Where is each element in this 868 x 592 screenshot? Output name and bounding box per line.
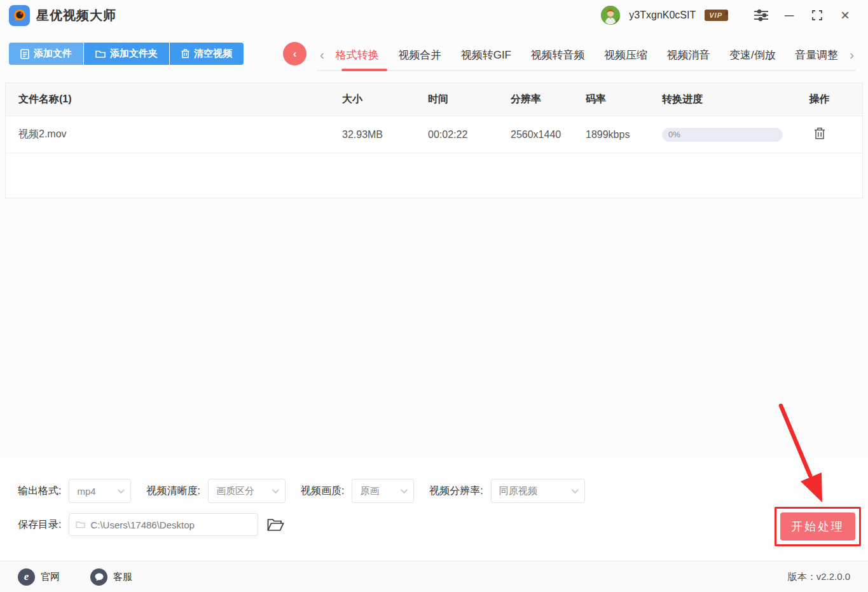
cell-time: 00:02:22 [428,129,511,141]
cell-size: 32.93MB [342,129,428,141]
cell-bitrate: 1899kbps [586,129,662,141]
settings-sliders-icon[interactable] [747,4,775,26]
tab-video-to-audio[interactable]: 视频转音频 [531,48,585,62]
header-actions: 操作 [789,93,850,106]
delete-row-button[interactable] [814,127,825,140]
cell-file-name: 视频2.mov [18,128,342,141]
official-site-link[interactable]: e 官网 [18,568,60,586]
chat-bubble-icon [90,568,107,586]
file-table: 文件名称(1) 大小 时间 分辨率 码率 转换进度 操作 视频2.mov 32.… [5,83,863,198]
header-bitrate: 码率 [586,93,662,106]
customer-support-link[interactable]: 客服 [90,568,132,586]
tab-format-convert[interactable]: 格式转换 [336,48,379,62]
maximize-button[interactable] [803,4,831,26]
tab-speed-reverse[interactable]: 变速/倒放 [729,48,776,62]
tab-video-to-gif[interactable]: 视频转GIF [461,48,511,62]
resolution-select[interactable]: 同原视频 [491,479,585,503]
chevron-down-icon [572,486,579,493]
header-size: 大小 [342,93,428,106]
resolution-value: 同原视频 [499,485,537,497]
add-folder-button[interactable]: 添加文件夹 [84,43,169,65]
header-progress: 转换进度 [662,93,789,106]
clear-videos-label: 清空视频 [194,48,232,60]
tab-volume-adjust[interactable]: 音量调整 [795,48,838,62]
official-site-label: 官网 [41,571,60,583]
conversion-progress-bar: 0% [662,128,783,142]
header-file-name: 文件名称(1) [18,93,342,106]
folder-icon [76,521,85,528]
version-text: 版本：v2.2.0.0 [788,571,850,583]
output-settings-panel: 输出格式: mp4 视频清晰度: 画质区分 视频画质: 原画 视频分辨率: 同原… [0,459,868,561]
add-file-button[interactable]: 添加文件 [9,43,83,65]
file-toolbar: 添加文件 添加文件夹 清空视频 [9,43,244,65]
cell-resolution: 2560x1440 [511,129,586,141]
progress-label: 0% [662,128,783,142]
chevron-down-icon [118,486,125,493]
folder-icon [95,50,106,59]
table-header-row: 文件名称(1) 大小 时间 分辨率 码率 转换进度 操作 [6,83,862,116]
output-format-select[interactable]: mp4 [69,479,131,503]
username[interactable]: y3TxgnK0cSIT [629,10,696,21]
annotation-highlight-box: 开始处理 [775,507,861,546]
user-avatar[interactable] [601,6,620,25]
chevron-down-icon [272,486,279,493]
add-folder-label: 添加文件夹 [110,48,158,60]
vip-badge: VIP [705,10,728,21]
clear-videos-button[interactable]: 清空视频 [170,43,244,65]
document-icon [20,49,29,59]
browse-folder-button[interactable] [267,518,284,532]
save-dir-label: 保存目录: [18,518,61,532]
footer: e 官网 客服 版本：v2.2.0.0 [0,561,868,592]
clarity-value: 画质区分 [216,485,254,497]
open-folder-icon [267,518,284,532]
header-time: 时间 [428,93,511,106]
clarity-select[interactable]: 画质区分 [208,479,286,503]
save-dir-path: C:\Users\17486\Desktop [90,520,194,530]
quality-label: 视频画质: [301,485,344,498]
title-bar: 星优视频大师 y3TxgnK0cSIT VIP ─ [0,0,868,31]
customer-support-label: 客服 [113,571,132,583]
header-resolution: 分辨率 [511,93,586,106]
table-row: 视频2.mov 32.93MB 00:02:22 2560x1440 1899k… [6,116,862,153]
tab-video-mute[interactable]: 视频消音 [667,48,710,62]
tabs-scroll-right-icon[interactable]: › [844,48,859,61]
app-logo-icon [9,5,30,26]
mode-tab-bar: ‹ 格式转换 视频合并 视频转GIF 视频转音频 视频压缩 视频消音 变速/倒放… [315,42,859,67]
trash-icon [814,127,825,140]
output-format-value: mp4 [77,486,95,497]
resolution-label: 视频分辨率: [429,485,483,498]
tabs-scroll-left-icon[interactable]: ‹ [315,48,329,61]
browser-e-icon: e [18,568,35,586]
tab-video-compress[interactable]: 视频压缩 [604,48,647,62]
minimize-button[interactable]: ─ [775,4,803,26]
app-title: 星优视频大师 [36,7,116,24]
clarity-label: 视频清晰度: [146,485,200,498]
back-circle-button[interactable]: ‹ [283,42,307,65]
active-tab-underline [341,69,387,71]
save-dir-input[interactable]: C:\Users\17486\Desktop [69,513,258,536]
output-format-label: 输出格式: [18,485,61,498]
trash-icon [181,49,189,59]
tab-video-merge[interactable]: 视频合并 [398,48,441,62]
quality-select[interactable]: 原画 [352,479,414,503]
close-button[interactable]: × [831,4,859,26]
quality-value: 原画 [360,485,379,497]
add-file-label: 添加文件 [34,48,72,60]
start-processing-button[interactable]: 开始处理 [780,513,855,540]
chevron-down-icon [401,486,408,493]
tab-track [317,70,855,71]
